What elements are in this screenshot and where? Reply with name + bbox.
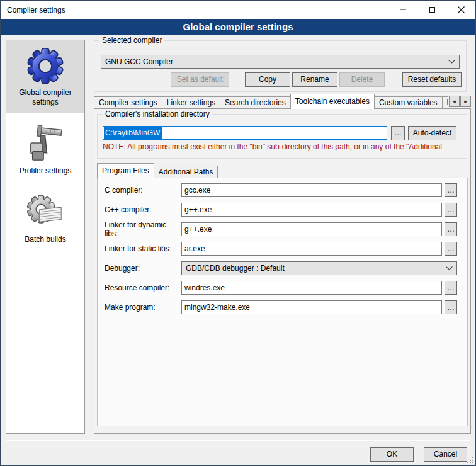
resource-compiler-browse-button[interactable]: … — [445, 281, 457, 295]
caliper-icon — [26, 122, 65, 164]
ellipsis-icon: … — [447, 303, 455, 312]
install-dir-selected-text: C:\raylib\MinGW — [104, 127, 162, 139]
ellipsis-icon: … — [447, 225, 455, 234]
installation-directory-row: C:\raylib\MinGW … Auto-detect — [103, 126, 462, 140]
copy-button[interactable]: Copy — [245, 72, 290, 87]
minimize-icon — [400, 9, 406, 10]
scroll-left-icon: ◂ — [453, 98, 456, 105]
window-title: Compiler settings — [1, 6, 65, 14]
auto-detect-button[interactable]: Auto-detect — [408, 126, 456, 140]
field-label: C compiler: — [105, 186, 181, 195]
chevron-down-icon — [448, 60, 455, 64]
tab-build-options[interactable]: Build options — [442, 96, 448, 109]
toolchain-row: Debugger: GDB/CDB debugger : Default — [105, 261, 457, 275]
settings-category-list: Global compiler settings — [6, 40, 85, 434]
toolchain-row: C++ compiler: … — [105, 203, 457, 217]
c-compiler-input[interactable] — [181, 183, 442, 197]
tab-scroll-left-button[interactable]: ◂ — [449, 96, 460, 107]
rename-button[interactable]: Rename — [292, 72, 337, 87]
tab-toolchain-executables[interactable]: Toolchain executables — [290, 94, 375, 109]
tab-scroll-buttons: ◂ ▸ — [448, 96, 471, 107]
blue-gear-icon — [26, 45, 65, 86]
field-label: Resource compiler: — [105, 283, 181, 292]
tab-custom-variables[interactable]: Custom variables — [374, 96, 443, 109]
group-label: Compiler's installation directory — [103, 110, 212, 119]
maximize-icon — [429, 7, 435, 13]
tab-program-files[interactable]: Program Files — [97, 163, 154, 178]
toolchain-executables-page: Compiler's installation directory C:\ray… — [94, 108, 471, 434]
reset-defaults-button[interactable]: Reset defaults — [402, 72, 462, 87]
compiler-select[interactable]: GNU GCC Compiler — [101, 55, 460, 69]
sidebar-item-label: Batch builds — [8, 235, 82, 244]
set-as-default-button[interactable]: Set as default — [171, 72, 229, 87]
delete-button[interactable]: Delete — [339, 72, 385, 87]
toolchain-row: Make program: … — [105, 300, 457, 314]
dialog-title-banner: Global compiler settings — [1, 19, 475, 35]
sidebar-item-global-compiler-settings[interactable]: Global compiler settings — [6, 40, 84, 113]
titlebar: Compiler settings — [1, 1, 475, 19]
debugger-select[interactable]: GDB/CDB debugger : Default — [181, 261, 457, 275]
caption-buttons — [388, 1, 475, 19]
chevron-down-icon — [446, 266, 453, 270]
close-icon — [458, 6, 465, 13]
field-label: C++ compiler: — [105, 205, 181, 214]
toolchain-row: Linker for static libs: … — [105, 242, 457, 256]
ellipsis-icon: … — [447, 186, 455, 195]
ok-button[interactable]: OK — [370, 447, 414, 462]
sidebar-item-label: Global compiler settings — [8, 88, 82, 107]
resize-grip-icon[interactable] — [467, 457, 473, 463]
cpp-compiler-input[interactable] — [181, 203, 442, 217]
ellipsis-icon: … — [394, 128, 402, 137]
ellipsis-icon: … — [447, 244, 455, 253]
selected-compiler-group: Selected compiler GNU GCC Compiler Set a… — [94, 40, 467, 92]
make-program-browse-button[interactable]: … — [445, 300, 457, 314]
field-label: Debugger: — [105, 264, 181, 273]
installation-directory-group: Compiler's installation directory C:\ray… — [97, 114, 467, 159]
scroll-right-icon: ▸ — [464, 98, 467, 105]
make-program-input[interactable] — [181, 300, 442, 314]
program-files-page: C compiler: … C++ compiler: … Linker for… — [97, 178, 468, 426]
field-label: Linker for static libs: — [105, 244, 181, 253]
gear-stack-icon — [26, 192, 65, 232]
resource-compiler-input[interactable] — [181, 281, 442, 295]
tab-compiler-settings[interactable]: Compiler settings — [94, 96, 162, 109]
footer-divider — [6, 440, 470, 441]
minimize-button[interactable] — [388, 1, 417, 19]
debugger-select-value: GDB/CDB debugger : Default — [186, 264, 446, 273]
compiler-actions: Set as default Copy Rename Delete Reset … — [101, 72, 462, 87]
static-linker-browse-button[interactable]: … — [445, 242, 457, 256]
tab-linker-settings[interactable]: Linker settings — [162, 96, 220, 109]
tab-search-directories[interactable]: Search directories — [220, 96, 291, 109]
toolchain-row: C compiler: … — [105, 183, 457, 197]
compiler-select-value: GNU GCC Compiler — [105, 57, 448, 66]
dynamic-linker-browse-button[interactable]: … — [445, 222, 457, 236]
maximize-button[interactable] — [417, 1, 446, 19]
group-label: Selected compiler — [99, 36, 164, 45]
sidebar-item-label: Profiler settings — [8, 166, 82, 176]
cpp-compiler-browse-button[interactable]: … — [445, 203, 457, 217]
static-linker-input[interactable] — [181, 242, 442, 256]
toolchain-row: Resource compiler: … — [105, 281, 457, 295]
field-label: Make program: — [105, 303, 181, 312]
sidebar-item-batch-builds[interactable]: Batch builds — [6, 182, 84, 251]
tab-scroll-right-button[interactable]: ▸ — [460, 96, 471, 107]
c-compiler-browse-button[interactable]: … — [445, 183, 457, 197]
close-button[interactable] — [446, 1, 475, 19]
settings-tabstrip: Compiler settings Linker settings Search… — [94, 94, 471, 109]
installation-note: NOTE: All programs must exist either in … — [103, 142, 466, 151]
compiler-settings-window: Compiler settings Global compiler settin… — [0, 0, 476, 466]
ellipsis-icon: … — [447, 283, 455, 292]
sidebar-item-profiler-settings[interactable]: Profiler settings — [6, 113, 84, 182]
install-dir-input[interactable]: C:\raylib\MinGW — [103, 126, 387, 140]
cancel-button[interactable]: Cancel — [424, 447, 467, 462]
toolchain-row: Linker for dynamic libs: … — [105, 222, 457, 236]
tab-additional-paths[interactable]: Additional Paths — [154, 166, 218, 178]
install-dir-browse-button[interactable]: … — [391, 126, 405, 140]
paths-tabstrip: Program Files Additional Paths — [97, 163, 218, 178]
field-label: Linker for dynamic libs: — [105, 220, 181, 238]
dynamic-linker-input[interactable] — [181, 222, 442, 236]
ellipsis-icon: … — [447, 205, 455, 214]
